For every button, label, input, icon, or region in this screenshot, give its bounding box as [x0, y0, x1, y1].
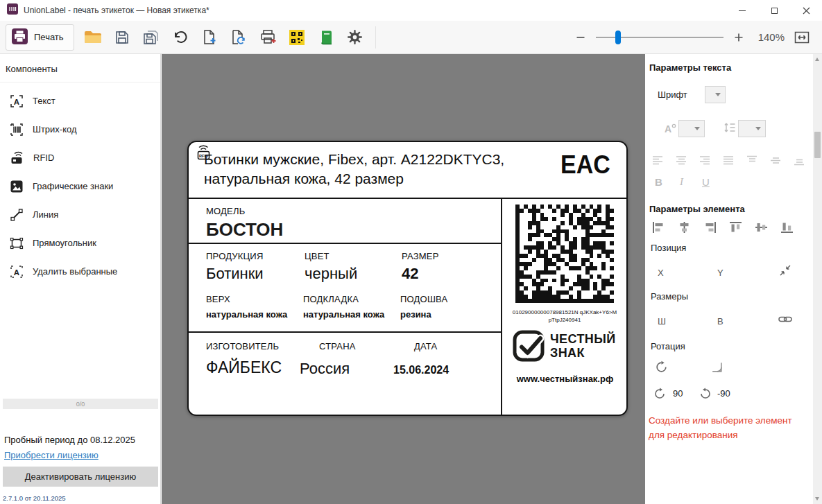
align-text-right-icon[interactable]	[699, 155, 711, 166]
sizes-label: Размеры	[651, 291, 688, 302]
sidebar-item-label: Удалить выбранные	[33, 266, 117, 277]
catalog-button[interactable]	[311, 24, 341, 51]
sidebar-item-text[interactable]: A Текст	[0, 87, 160, 115]
titlebar: UnionLabel - печать этикеток — Новая эти…	[0, 0, 822, 21]
align-text-middle-icon[interactable]	[770, 155, 782, 166]
barcode-settings-button[interactable]	[282, 24, 311, 51]
field-label: РАЗМЕР	[402, 251, 439, 261]
field-label: ДАТА	[414, 341, 437, 351]
chestny-znak-text: ЧЕСТНЫЙ ЗНАК	[550, 332, 616, 360]
link-dimensions-icon[interactable]	[778, 315, 792, 323]
folder-icon	[84, 30, 102, 45]
align-text-justify-icon[interactable]	[723, 155, 735, 166]
rotate-icon[interactable]	[655, 360, 668, 374]
zoom-out-button[interactable]	[574, 31, 588, 44]
italic-button[interactable]: I	[680, 176, 683, 188]
field-label: ИЗГОТОВИТЕЛЬ	[206, 341, 279, 351]
font-size-dropdown[interactable]	[678, 120, 705, 137]
scrollbar-thumb[interactable]	[814, 132, 821, 158]
align-right-icon[interactable]	[703, 221, 717, 234]
version-text: 2.7.1.0 от 20.11.2025	[3, 494, 66, 502]
save-as-button[interactable]	[137, 24, 166, 51]
bold-button[interactable]: B	[655, 176, 662, 188]
sidebar-item-graphics[interactable]: Графические знаки	[0, 172, 160, 200]
rotate-cw-value[interactable]: 90	[673, 388, 683, 399]
print-setup-button[interactable]	[253, 24, 282, 51]
undo-button[interactable]	[166, 24, 195, 51]
open-button[interactable]	[78, 24, 108, 51]
align-text-center-icon[interactable]	[676, 155, 687, 166]
text-icon: A	[10, 94, 24, 108]
qr-code-icon	[289, 30, 305, 45]
align-middle-vertical-icon[interactable]	[755, 221, 768, 234]
zoom-slider[interactable]	[596, 31, 723, 44]
close-button[interactable]	[790, 0, 822, 21]
minimize-button[interactable]	[726, 0, 758, 21]
field-value: ФАЙБЕКС	[206, 358, 282, 377]
undo-icon	[173, 30, 188, 45]
barcode-icon	[10, 123, 24, 137]
chestny-znak-line1: ЧЕСТНЫЙ	[550, 332, 616, 346]
floppy-copy-icon	[143, 30, 160, 45]
vertical-scrollbar[interactable]	[813, 54, 822, 504]
maximize-icon	[771, 8, 778, 14]
field-label: ПОДОШВА	[400, 294, 447, 304]
printer-add-icon	[259, 29, 276, 45]
align-center-horizontal-icon[interactable]	[678, 221, 691, 234]
align-bottom-icon[interactable]	[780, 221, 794, 234]
align-left-icon[interactable]	[652, 221, 665, 234]
zoom-in-button[interactable]	[732, 31, 746, 44]
underline-button[interactable]: U	[702, 176, 710, 188]
line-spacing-dropdown[interactable]	[738, 120, 766, 137]
collapse-icon[interactable]	[780, 265, 791, 276]
zoom-slider-handle[interactable]	[615, 31, 621, 44]
maximize-button[interactable]	[758, 0, 790, 21]
sidebar-item-line[interactable]: Линия	[0, 200, 160, 229]
height-input[interactable]	[730, 314, 769, 328]
field-label: ПРОДУКЦИЯ	[206, 251, 264, 261]
print-button[interactable]: Печать	[6, 24, 74, 51]
sidebar-item-delete-selected[interactable]: A Удалить выбранные	[0, 257, 160, 286]
print-icon	[12, 28, 28, 46]
svg-text:A: A	[14, 97, 19, 105]
refresh-document-button[interactable]	[224, 24, 253, 51]
toolbar-icons	[78, 24, 370, 51]
properties-panel: Параметры текста Шрифт A B I U Параметры…	[645, 54, 813, 504]
width-input[interactable]	[671, 314, 710, 328]
label-preview[interactable]: RFID Ботинки мужские, Fibex, арт. A2122D…	[187, 141, 628, 416]
x-input[interactable]	[670, 266, 709, 279]
field-value: резина	[400, 309, 447, 320]
save-button[interactable]	[108, 24, 137, 51]
fit-page-button[interactable]	[793, 31, 811, 44]
align-text-left-icon[interactable]	[652, 155, 664, 166]
angle-icon[interactable]	[710, 360, 723, 374]
align-top-icon[interactable]	[729, 221, 742, 234]
font-dropdown[interactable]	[705, 86, 726, 103]
label-manufacturer-section: ИЗГОТОВИТЕЛЬ СТРАНА ДАТА ФАЙБЕКС Россия …	[189, 333, 501, 415]
rotate-cw-icon[interactable]	[653, 388, 666, 400]
y-input[interactable]	[730, 266, 769, 279]
design-canvas[interactable]: RFID Ботинки мужские, Fibex, арт. A2122D…	[162, 54, 645, 504]
sidebar-item-rfid[interactable]: RFID	[0, 144, 160, 172]
rotate-ccw-value[interactable]: -90	[717, 388, 730, 399]
align-text-bottom-icon[interactable]	[794, 155, 805, 166]
scroll-down-icon	[815, 497, 819, 501]
buy-license-link[interactable]: Приобрести лицензию	[4, 450, 99, 460]
field-value: БОСТОН	[206, 219, 283, 241]
window-title: UnionLabel - печать этикеток — Новая эти…	[24, 6, 209, 15]
deactivate-license-button[interactable]: Деактивировать лицензию	[3, 467, 158, 487]
chevron-down-icon	[715, 93, 721, 96]
new-label-button[interactable]	[195, 24, 224, 51]
sidebar-item-rectangle[interactable]: Прямоугольник	[0, 229, 160, 257]
align-text-top-icon[interactable]	[746, 155, 758, 166]
settings-button[interactable]	[341, 24, 370, 51]
label-attributes-section: ПРОДУКЦИЯ Ботинки ЦВЕТ черный РАЗМЕР 42 …	[189, 244, 501, 333]
svg-text:A: A	[14, 268, 19, 276]
chestny-znak-line2: ЗНАК	[550, 346, 616, 360]
label-code-column: 01029000000078981521N qJKXak+Y6>M pTtpJ2…	[501, 199, 628, 415]
sidebar-item-barcode[interactable]: Штрих-код	[0, 115, 160, 144]
rotate-ccw-icon[interactable]	[699, 388, 712, 400]
width-label: Ш	[658, 316, 666, 327]
image-icon	[10, 180, 24, 193]
chevron-down-icon	[755, 127, 761, 130]
